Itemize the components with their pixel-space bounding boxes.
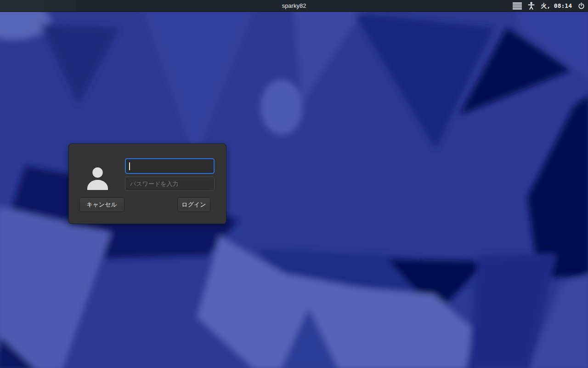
text-cursor bbox=[129, 162, 130, 170]
login-button[interactable]: ログイン bbox=[177, 197, 210, 212]
password-input[interactable] bbox=[125, 177, 215, 191]
clock-label: 火, 08:14 bbox=[541, 2, 572, 10]
top-bar: sparky82 火, 08:14 bbox=[0, 0, 588, 12]
login-dialog: キャンセル ログイン bbox=[68, 144, 226, 224]
hostname-label: sparky82 bbox=[0, 0, 588, 12]
topbar-status-area: 火, 08:14 bbox=[513, 0, 585, 12]
cancel-button[interactable]: キャンセル bbox=[79, 197, 124, 212]
menu-icon[interactable] bbox=[513, 2, 522, 10]
username-input[interactable] bbox=[125, 158, 215, 174]
power-icon[interactable] bbox=[578, 2, 585, 10]
user-avatar-icon bbox=[87, 167, 108, 192]
accessibility-icon[interactable] bbox=[528, 2, 535, 10]
